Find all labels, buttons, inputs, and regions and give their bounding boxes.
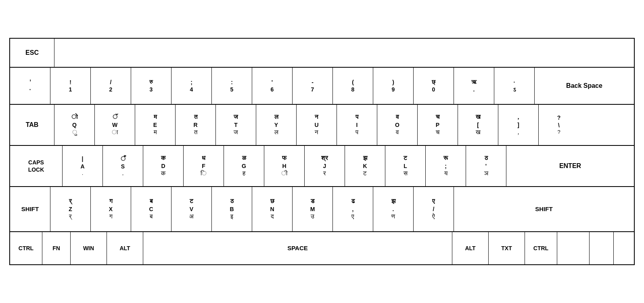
key-txt[interactable]: TXT <box>489 232 525 264</box>
key-o[interactable]: व O व <box>377 105 418 145</box>
key-fn[interactable]: FN <box>42 232 71 264</box>
key-slash[interactable]: ए / ऐ <box>414 187 454 231</box>
key-1[interactable]: ! 1 <box>50 68 91 104</box>
key-h[interactable]: फ H ी <box>264 146 305 186</box>
key-rbracket[interactable]: , ] , <box>498 105 539 145</box>
key-v[interactable]: ट V अ <box>171 187 212 231</box>
key-w[interactable]: ॅ W ा <box>95 105 135 145</box>
key-p[interactable]: च P च <box>418 105 458 145</box>
key-e[interactable]: म E म <box>135 105 176 145</box>
row-bottom: CTRL FN WIN ALT SPACE ALT TXT CTRL <box>10 232 634 264</box>
key-empty2 <box>590 232 614 264</box>
key-ctrl-left[interactable]: CTRL <box>10 232 42 264</box>
key-tab[interactable]: TAB <box>10 105 54 145</box>
key-7[interactable]: - 7 <box>293 68 333 104</box>
row-numbers: ˈ ॰ ! 1 / 2 रु 3 ; 4 : 5 ' 6 - 7 <box>10 68 634 105</box>
key-alt-left[interactable]: ALT <box>107 232 143 264</box>
key-g[interactable]: ळ G ह <box>224 146 264 186</box>
key-s[interactable]: ँ S , <box>103 146 143 186</box>
key-4[interactable]: ; 4 <box>171 68 212 104</box>
row-asdf: CAPSLOCK | A . ँ S , क D क ध F ि ळ G <box>10 146 634 187</box>
key-5[interactable]: : 5 <box>212 68 252 104</box>
key-enter[interactable]: ENTER <box>506 146 634 186</box>
key-space[interactable]: SPACE <box>143 232 452 264</box>
key-esc[interactable]: ESC <box>10 39 54 67</box>
key-y[interactable]: ल Y ल <box>256 105 297 145</box>
key-x[interactable]: ग X ग <box>91 187 131 231</box>
key-shift-right[interactable]: SHIFT <box>454 187 634 231</box>
key-q[interactable]: ो Q ु <box>54 105 95 145</box>
key-d[interactable]: क D क <box>143 146 184 186</box>
row-esc: ESC <box>10 39 634 68</box>
key-2[interactable]: / 2 <box>91 68 131 104</box>
key-z[interactable]: र् Z र् <box>50 187 91 231</box>
key-backspace[interactable]: Back Space <box>535 68 634 104</box>
key-backtick[interactable]: ˈ ॰ <box>10 68 50 104</box>
row-qwerty: TAB ो Q ु ॅ W ा म E म त R त ज T ज <box>10 105 634 146</box>
key-l[interactable]: ट L स <box>385 146 426 186</box>
key-empty3 <box>614 232 634 264</box>
key-lbracket[interactable]: ख [ ख <box>458 105 498 145</box>
key-comma[interactable]: ढ , ए <box>333 187 373 231</box>
key-u[interactable]: न U न <box>297 105 337 145</box>
key-f[interactable]: ध F ि <box>184 146 224 186</box>
key-equals[interactable]: · ऽ <box>494 68 535 104</box>
key-empty1 <box>557 232 590 264</box>
key-esc-space <box>54 39 634 67</box>
key-b[interactable]: ठ B इ <box>212 187 252 231</box>
key-i[interactable]: प I प <box>337 105 377 145</box>
key-6[interactable]: ' 6 <box>252 68 293 104</box>
key-ctrl-right[interactable]: CTRL <box>525 232 557 264</box>
key-t[interactable]: ज T ज <box>216 105 256 145</box>
key-minus[interactable]: ऋ . <box>454 68 494 104</box>
key-capslock[interactable]: CAPSLOCK <box>10 146 63 186</box>
key-esc-label: ESC <box>25 49 39 57</box>
key-c[interactable]: ब C ब <box>131 187 171 231</box>
key-n[interactable]: छ N द <box>252 187 293 231</box>
keyboard: ESC ˈ ॰ ! 1 / 2 रु 3 ; 4 : 5 ' <box>9 38 635 265</box>
key-backslash[interactable]: ? \ ? <box>539 105 579 145</box>
key-0[interactable]: छ् 0 <box>414 68 454 104</box>
key-3[interactable]: रु 3 <box>131 68 171 104</box>
key-m[interactable]: ड M उ <box>293 187 333 231</box>
row-zxcv: SHIFT र् Z र् ग X ग ब C ब ट V अ ठ B <box>10 187 634 232</box>
key-r[interactable]: त R त <box>176 105 216 145</box>
key-shift-left[interactable]: SHIFT <box>10 187 50 231</box>
key-quote[interactable]: ठ ' ञ <box>466 146 506 186</box>
key-alt-right[interactable]: ALT <box>452 232 489 264</box>
key-j[interactable]: श्र J र <box>305 146 345 186</box>
key-k[interactable]: झ K ट <box>345 146 385 186</box>
key-semicolon[interactable]: रू ; य <box>426 146 466 186</box>
key-period[interactable]: झ . ण <box>373 187 414 231</box>
key-9[interactable]: ) 9 <box>373 68 414 104</box>
key-8[interactable]: ( 8 <box>333 68 373 104</box>
key-a[interactable]: | A . <box>63 146 103 186</box>
key-win[interactable]: WIN <box>71 232 107 264</box>
